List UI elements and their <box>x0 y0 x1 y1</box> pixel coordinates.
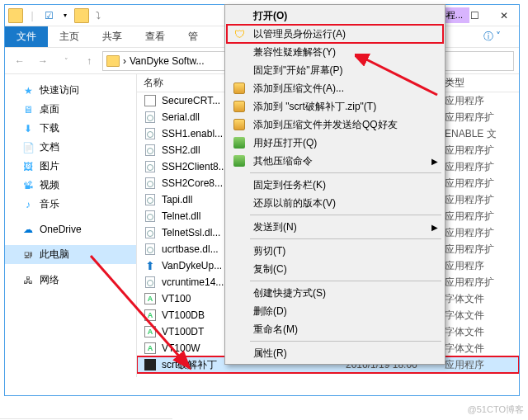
submenu-arrow-icon: ▶ <box>431 157 438 166</box>
file-type: 应用程序 <box>445 259 519 273</box>
nav-pane: ★快速访问🖥桌面⬇下载📄文档🖼图片📽视频♪音乐☁OneDrive🖳此电脑🖧网络 <box>5 74 137 377</box>
file-name: vcruntime14... <box>162 276 224 288</box>
blank-icon <box>232 346 247 361</box>
file-type: 应用程序扩 <box>445 243 519 257</box>
breadcrumb-path[interactable]: VanDyke Softw... <box>130 55 205 67</box>
home-tab[interactable]: 主页 <box>48 26 91 47</box>
file-name: Serial.dll <box>162 111 200 123</box>
file-name: VanDykeUp... <box>162 260 222 271</box>
file-icon <box>144 160 157 173</box>
dropdown-icon[interactable]: ▾ <box>58 8 73 23</box>
sidebar-item-label: 网络 <box>40 273 59 287</box>
sidebar-item[interactable]: 🖳此电脑 <box>5 245 136 264</box>
file-icon <box>144 276 157 289</box>
file-icon <box>144 94 157 107</box>
menu-item[interactable]: 创建快捷方式(S) <box>227 284 443 302</box>
menu-separator <box>250 281 441 281</box>
file-type: 应用程序扩 <box>445 160 519 174</box>
menu-item-label: 其他压缩命令 <box>253 154 313 168</box>
recent-dropdown[interactable]: ˅ <box>56 51 76 71</box>
file-icon <box>144 226 157 239</box>
sidebar-item[interactable]: ★快速访问 <box>5 81 136 100</box>
zip-icon <box>232 99 247 114</box>
file-type: 应用程序扩 <box>445 193 519 207</box>
sidebar-item-label: 图片 <box>40 159 59 173</box>
file-type: 字体文件 <box>445 292 519 306</box>
menu-item[interactable]: 用好压打开(Q) <box>227 134 443 152</box>
sidebar-item[interactable]: 📽视频 <box>5 176 136 195</box>
menu-item-label: 剪切(T) <box>253 244 285 258</box>
view-tab[interactable]: 查看 <box>134 26 177 47</box>
file-type: 字体文件 <box>445 309 519 323</box>
sidebar-item-label: 视频 <box>40 178 59 192</box>
menu-item[interactable]: 🛡以管理员身份运行(A) <box>227 25 443 43</box>
menu-item-label: 重命名(M) <box>253 323 298 337</box>
col-type[interactable]: 类型 <box>445 76 519 90</box>
blank-icon <box>232 196 247 210</box>
download-icon: ⬇ <box>21 122 35 135</box>
menu-item[interactable]: 添加到 "scrt破解补丁.zip"(T) <box>227 97 443 116</box>
doc-icon: 📄 <box>21 141 35 154</box>
music-icon: ♪ <box>21 198 35 211</box>
back-button[interactable]: ← <box>10 51 30 71</box>
qat-overflow-icon[interactable]: ⤵ <box>91 8 106 23</box>
file-name: Tapi.dll <box>162 194 192 205</box>
up-button[interactable]: ↑ <box>79 51 99 71</box>
file-name: SSH2.dll <box>162 144 200 156</box>
help-icon[interactable]: ⓘ ˅ <box>472 26 512 47</box>
menu-item[interactable]: 添加到压缩文件并发送给QQ好友 <box>227 116 443 134</box>
menu-item[interactable]: 剪切(T) <box>227 242 443 260</box>
sidebar-item[interactable]: 🖥桌面 <box>5 100 136 119</box>
file-icon: ⬆ <box>144 259 157 272</box>
checkbox-icon[interactable]: ☑ <box>41 8 56 23</box>
menu-item[interactable]: 打开(O) <box>227 7 443 25</box>
menu-item[interactable]: 添加到压缩文件(A)... <box>227 79 443 97</box>
blank-icon <box>232 8 247 23</box>
menu-item[interactable]: 发送到(N)▶ <box>227 218 443 236</box>
menu-item[interactable]: 固定到任务栏(K) <box>227 176 443 194</box>
star-icon: ★ <box>21 84 35 97</box>
menu-item[interactable]: 删除(D) <box>227 302 443 320</box>
blank-icon <box>232 262 247 276</box>
cloud-icon: ☁ <box>21 223 35 236</box>
manage-tab[interactable]: 管 <box>177 26 210 47</box>
file-name: Telnet.dll <box>162 210 200 222</box>
blank-icon <box>232 243 247 258</box>
maximize-button[interactable]: ☐ <box>460 5 489 26</box>
menu-item-label: 删除(D) <box>253 304 287 319</box>
sidebar-item-label: 此电脑 <box>40 248 69 262</box>
folder-icon <box>106 55 120 67</box>
menu-item[interactable]: 复制(C) <box>227 260 443 278</box>
menu-item[interactable]: 重命名(M) <box>227 320 443 338</box>
menu-item-label: 添加到压缩文件并发送给QQ好友 <box>253 118 398 132</box>
file-name: VT100W <box>162 342 200 354</box>
file-icon: A <box>144 325 157 338</box>
sidebar-item[interactable]: ☁OneDrive <box>5 220 136 238</box>
sidebar-item[interactable]: 📄文档 <box>5 138 136 157</box>
file-icon: A <box>144 292 157 305</box>
file-type: 应用程序扩 <box>445 226 519 240</box>
file-icon <box>144 144 157 157</box>
zip-icon <box>232 81 247 96</box>
good-icon <box>232 153 247 168</box>
forward-button[interactable]: → <box>33 51 53 71</box>
watermark: @51CTO博客 <box>468 403 524 416</box>
sidebar-item-label: 快速访问 <box>40 83 79 97</box>
menu-item[interactable]: 还原以前的版本(V) <box>227 194 443 212</box>
menu-item[interactable]: 其他压缩命令▶ <box>227 152 443 170</box>
menu-item[interactable]: 固定到"开始"屏幕(P) <box>227 61 443 79</box>
close-button[interactable]: ✕ <box>489 5 519 26</box>
sidebar-item[interactable]: ⬇下载 <box>5 119 136 138</box>
menu-item[interactable]: 属性(R) <box>227 344 443 362</box>
sidebar-item[interactable]: 🖧网络 <box>5 271 136 290</box>
file-name: SSH1.enabl... <box>162 128 223 139</box>
good-icon <box>232 135 247 150</box>
folder-icon <box>8 8 23 23</box>
sidebar-item[interactable]: 🖼图片 <box>5 157 136 176</box>
share-tab[interactable]: 共享 <box>91 26 134 47</box>
menu-item-label: 添加到压缩文件(A)... <box>253 82 344 96</box>
zip-icon <box>232 117 247 132</box>
sidebar-item[interactable]: ♪音乐 <box>5 195 136 214</box>
file-tab[interactable]: 文件 <box>5 26 48 47</box>
menu-item[interactable]: 兼容性疑难解答(Y) <box>227 43 443 61</box>
